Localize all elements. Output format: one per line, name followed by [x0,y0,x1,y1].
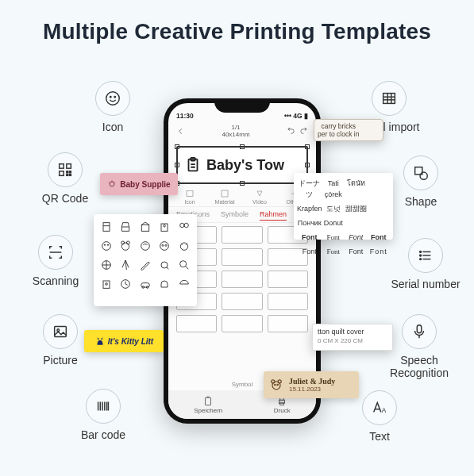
frame-option[interactable] [222,248,262,266]
paper-size: 40x14mm [222,131,249,138]
icon-item[interactable] [158,259,171,271]
svg-point-67 [162,244,164,246]
scan-icon [38,235,73,270]
frame-option[interactable] [222,271,262,288]
svg-rect-40 [222,190,228,197]
svg-rect-54 [141,225,148,231]
svg-rect-76 [103,281,110,288]
svg-point-25 [420,172,427,179]
font-sample: Donut [322,216,345,230]
feature-label: Icon [65,121,160,133]
cotton-title: tton quilt cover [318,327,387,336]
cat-icon [94,336,106,347]
icon-item[interactable] [158,221,171,233]
font-sample: Krapfen [297,202,322,216]
icon-item[interactable] [119,278,132,290]
sample-label-yellow: It's Kitty Litt [84,330,164,352]
picture-icon [43,314,78,349]
font-sample: ドーナツ [297,176,322,202]
svg-rect-52 [103,223,110,232]
icon-item[interactable] [119,240,132,252]
svg-point-29 [420,251,422,253]
redo-icon[interactable] [299,127,308,136]
svg-rect-9 [70,175,71,176]
tab-symbols[interactable]: Symbole [221,210,249,221]
bear-icon [268,377,284,393]
font-sample: Font [368,244,391,259]
sample-label-cotton: tton quilt cover 0 CM X 220 CM [312,324,393,351]
frame-option[interactable] [222,315,262,332]
icon-item[interactable] [178,221,191,233]
font-sample [368,202,391,216]
icon-item[interactable] [119,221,132,233]
tool-item[interactable]: Icon [176,189,203,205]
tool-item[interactable]: Video [246,189,273,205]
font-sample: Tati çörek [322,176,345,202]
barcode-icon [86,389,121,424]
svg-rect-39 [187,191,193,197]
label-canvas[interactable]: Baby's Tow [176,146,308,184]
icon-item[interactable] [100,259,113,271]
icon-item[interactable] [100,240,113,252]
tab-frames[interactable]: Rahmen [260,210,287,221]
save-button[interactable]: Speichern [194,396,222,414]
svg-point-62 [122,243,129,250]
svg-point-57 [179,223,183,227]
status-icons: ••• 4G ▮ [284,112,308,120]
icon-item[interactable] [100,278,113,290]
label-text[interactable]: Baby's Tow [206,157,284,174]
juliet-date: 15.11.2023 [289,386,335,393]
svg-point-65 [141,242,149,251]
font-sample: Font [345,244,367,259]
icon-item[interactable] [139,278,152,290]
feature-scanning: Scanning [8,235,103,287]
frame-option[interactable] [268,271,308,288]
svg-rect-4 [67,164,71,169]
tool-item[interactable]: Material [211,189,238,205]
frame-option[interactable] [268,315,308,332]
svg-point-31 [420,259,422,260]
feature-serial: Serial number [378,238,473,290]
frame-option[interactable] [222,226,262,244]
feature-qr: QR Code [17,152,113,205]
font-sample: Font [368,230,391,244]
icon-item[interactable] [158,240,171,252]
icon-item[interactable] [139,259,152,271]
font-sample: Font [322,230,345,244]
font-sample [345,216,367,230]
svg-point-48 [110,182,114,186]
svg-point-2 [114,96,115,97]
icon-item[interactable] [178,259,191,271]
svg-line-80 [125,284,128,285]
feature-label: Speech Recognition [372,354,467,379]
frame-option[interactable] [268,293,308,310]
undo-icon[interactable] [287,127,295,136]
feature-label: Picture [13,354,108,367]
text-icon: A [362,390,397,425]
icon-item[interactable] [119,259,132,271]
frame-option[interactable] [222,293,262,310]
qr-icon [48,152,83,187]
cotton-dimensions: 0 CM X 220 CM [318,336,387,346]
icon-item[interactable] [100,221,113,233]
font-sample: Font [297,230,322,244]
icon-item[interactable] [178,278,191,290]
feature-label: Serial number [378,278,473,290]
icon-item[interactable] [178,240,191,252]
font-sample: โดนัท [345,176,367,202]
svg-rect-47 [280,402,284,405]
bricks-text: carry bricks per to clock in [318,122,359,138]
svg-rect-19 [383,94,395,104]
feature-barcode: Bar code [56,389,151,441]
font-sample: Font [297,244,322,259]
frame-option[interactable] [176,315,217,332]
icon-item[interactable] [139,240,152,252]
icon-item[interactable] [158,278,171,290]
feature-label: QR Code [17,192,113,205]
svg-point-59 [102,242,111,251]
page-title: Multiple Creative Printing Templates [0,0,474,44]
grid-icon [372,81,407,116]
icon-item[interactable] [139,221,152,233]
back-icon[interactable] [176,127,185,136]
svg-rect-3 [60,164,64,169]
